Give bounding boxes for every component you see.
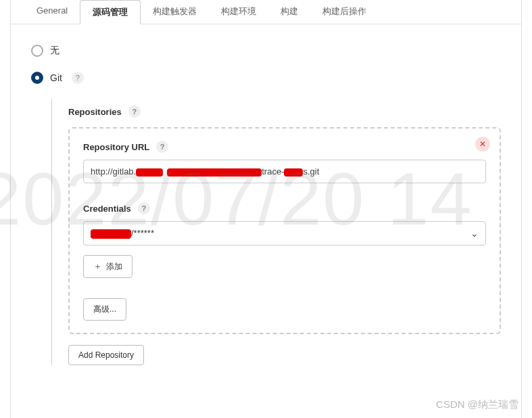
add-repository-button[interactable]: Add Repository: [68, 345, 144, 365]
redaction: [167, 168, 262, 177]
credentials-label: Credentials ?: [83, 202, 486, 214]
close-icon[interactable]: ✕: [475, 137, 490, 152]
scm-option-git[interactable]: Git ?: [31, 72, 501, 84]
csdn-attribution: CSDN @纳兰瑞雪: [436, 398, 518, 411]
cred-suffix: /******: [131, 228, 154, 238]
tab-bar: General 源码管理 构建触发器 构建环境 构建 构建后操作: [11, 0, 521, 24]
chevron-down-icon: ⌄: [470, 228, 479, 239]
repo-url-input[interactable]: http://gitlab.trace-s.git: [83, 160, 486, 183]
content-area: 无 Git ? Repositories ? ✕ Repository URL …: [11, 24, 521, 379]
advanced-button[interactable]: 高级...: [83, 298, 126, 321]
repositories-label: Repositories ?: [68, 106, 501, 118]
help-icon[interactable]: ?: [156, 141, 168, 153]
help-icon[interactable]: ?: [138, 202, 150, 214]
tab-env[interactable]: 构建环境: [209, 0, 268, 24]
add-button-row: ＋ 添加: [83, 255, 486, 278]
repo-url-label: Repository URL ?: [83, 141, 486, 153]
url-prefix: http://gitlab.: [91, 166, 136, 177]
git-section: Repositories ? ✕ Repository URL ? http:/…: [51, 99, 501, 365]
url-suffix: s.git: [303, 166, 319, 177]
radio-none-label: 无: [50, 45, 59, 57]
repository-block: ✕ Repository URL ? http://gitlab.trace-s…: [68, 127, 501, 334]
credentials-text: Credentials: [83, 204, 131, 214]
help-icon[interactable]: ?: [72, 72, 84, 84]
add-credentials-button[interactable]: ＋ 添加: [83, 255, 132, 278]
redaction: [136, 168, 163, 177]
advanced-label: 高级...: [93, 304, 116, 315]
plus-icon: ＋: [93, 260, 102, 273]
redaction: [91, 229, 131, 239]
add-repo-label: Add Repository: [78, 350, 134, 360]
tab-triggers[interactable]: 构建触发器: [141, 0, 209, 24]
tab-postbuild[interactable]: 构建后操作: [310, 0, 379, 24]
url-mid: trace-: [262, 166, 284, 177]
radio-git-label: Git: [50, 72, 62, 83]
add-label: 添加: [106, 261, 122, 273]
tab-build[interactable]: 构建: [268, 0, 310, 24]
redaction: [284, 168, 303, 177]
credentials-select[interactable]: /****** ⌄: [83, 221, 486, 246]
tab-scm[interactable]: 源码管理: [80, 0, 141, 24]
scm-option-none[interactable]: 无: [31, 45, 501, 57]
repositories-text: Repositories: [68, 107, 122, 117]
repo-url-text: Repository URL: [83, 142, 149, 152]
radio-none[interactable]: [31, 45, 43, 57]
credentials-value: /******: [91, 228, 154, 239]
radio-git[interactable]: [31, 72, 43, 84]
tab-general[interactable]: General: [24, 0, 80, 24]
main-panel: General 源码管理 构建触发器 构建环境 构建 构建后操作 无 Git ?…: [10, 0, 522, 418]
advanced-button-row: 高级...: [83, 298, 486, 321]
help-icon[interactable]: ?: [128, 106, 141, 118]
